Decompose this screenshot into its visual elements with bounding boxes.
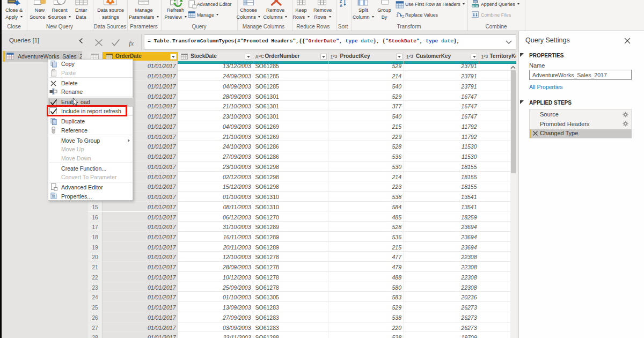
svg-text:Z: Z bbox=[340, 0, 342, 3]
svg-text:2: 2 bbox=[402, 14, 405, 19]
svg-text:1: 1 bbox=[396, 13, 399, 18]
svg-text:fx: fx bbox=[129, 39, 134, 47]
svg-text:A: A bbox=[340, 4, 342, 8]
